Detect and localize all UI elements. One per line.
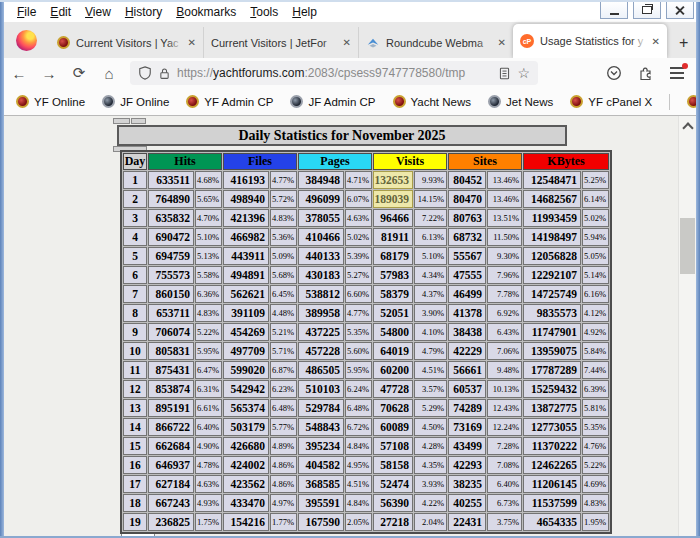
value-cell: 875431 [148, 361, 194, 379]
percent-cell: 4.84% [345, 437, 372, 455]
close-tab-icon[interactable]: ✕ [652, 36, 660, 47]
close-tab-icon[interactable]: ✕ [498, 37, 506, 48]
extensions-puzzle-icon[interactable] [638, 65, 654, 81]
value-cell: 565374 [223, 399, 269, 417]
minimize-button[interactable] [600, 1, 628, 19]
percent-cell: 6.24% [345, 380, 372, 398]
restore-button[interactable] [633, 1, 661, 19]
navigation-toolbar: ← → ⟳ ⌂ https://yachtforums.com:2083/cps… [4, 58, 696, 88]
percent-cell: 3.90% [414, 304, 447, 322]
reader-mode-icon[interactable] [498, 67, 511, 80]
scroll-up-arrow-icon[interactable] [682, 122, 693, 133]
url-text[interactable]: https://yachtforums.com:2083/cpsess97477… [177, 66, 492, 80]
menu-hamburger-icon[interactable] [670, 67, 684, 79]
firefox-logo-icon[interactable] [16, 30, 37, 51]
bookmark-yf-admin-cp[interactable]: YF Admin CP [186, 95, 273, 108]
value-cell: 384948 [298, 171, 344, 189]
menu-item-bookmarks[interactable]: Bookmarks [169, 4, 243, 20]
value-cell: 73169 [448, 418, 486, 436]
percent-cell: 4.76% [582, 437, 609, 455]
lock-icon[interactable] [158, 67, 171, 80]
tab-3[interactable]: Roundcube Webma✕ [358, 27, 513, 58]
vertical-scrollbar[interactable] [678, 116, 696, 538]
value-cell: 395591 [298, 494, 344, 512]
bookmark-jf-admin-cp[interactable]: JF Admin CP [290, 95, 375, 108]
percent-cell: 4.93% [195, 494, 222, 512]
bookmark-jf-online[interactable]: JF Online [102, 95, 169, 108]
url-scheme: https:// [177, 66, 213, 80]
value-cell: 14198497 [523, 228, 581, 246]
value-cell: 430183 [298, 266, 344, 284]
value-cell: 423562 [223, 475, 269, 493]
scrollbar-thumb[interactable] [680, 218, 695, 274]
close-tab-icon[interactable]: ✕ [343, 37, 351, 48]
menu-item-history[interactable]: History [118, 4, 169, 20]
percent-cell: 12.43% [487, 399, 522, 417]
value-cell: 421396 [223, 209, 269, 227]
yf-logo-icon [186, 95, 199, 108]
value-cell: 13872775 [523, 399, 581, 417]
percent-cell: 5.84% [582, 342, 609, 360]
percent-cell: 6.60% [345, 285, 372, 303]
back-button[interactable]: ← [4, 65, 34, 82]
close-button[interactable] [666, 1, 694, 19]
bookmark-yf-cpanel-x[interactable]: YF cPanel X [570, 95, 652, 108]
home-button[interactable]: ⌂ [94, 65, 124, 82]
day-cell: 16 [123, 456, 147, 474]
percent-cell: 9.93% [414, 171, 447, 189]
percent-cell: 6.48% [270, 399, 297, 417]
percent-cell: 4.70% [195, 209, 222, 227]
forward-button[interactable]: → [34, 65, 64, 82]
value-cell: 437225 [298, 323, 344, 341]
percent-cell: 4.97% [270, 494, 297, 512]
percent-cell: 5.95% [195, 342, 222, 360]
bookmark-yf-online[interactable]: YF Online [16, 95, 85, 108]
percent-cell: 4.63% [345, 209, 372, 227]
address-bar[interactable]: https://yachtforums.com:2083/cpsess97477… [130, 61, 538, 85]
percent-cell: 5.10% [195, 228, 222, 246]
jf-logo-icon [488, 95, 501, 108]
tab-4[interactable]: cPUsage Statistics for y✕ [513, 24, 667, 58]
table-row: 27648905.65%4989405.72%4960996.07%189039… [123, 190, 609, 208]
percent-cell: 6.16% [582, 285, 609, 303]
percent-cell: 4.63% [195, 475, 222, 493]
value-cell: 58379 [373, 285, 413, 303]
percent-cell: 5.60% [345, 342, 372, 360]
percent-cell: 5.35% [345, 323, 372, 341]
bookmark-yacht-news[interactable]: Yacht News [393, 95, 472, 108]
tab-2[interactable]: Current Visitors | JetFor✕ [203, 27, 358, 58]
percent-cell: 10.13% [487, 380, 522, 398]
value-cell: 60200 [373, 361, 413, 379]
value-cell: 38235 [448, 475, 486, 493]
value-cell: 70628 [373, 399, 413, 417]
percent-cell: 5.02% [345, 228, 372, 246]
percent-cell: 3.57% [414, 380, 447, 398]
menu-item-tools[interactable]: Tools [243, 4, 285, 20]
menu-item-file[interactable]: File [10, 4, 43, 20]
reload-button[interactable]: ⟳ [64, 64, 94, 82]
menu-item-edit[interactable]: Edit [43, 4, 78, 20]
percent-cell: 6.61% [195, 399, 222, 417]
value-cell: 424002 [223, 456, 269, 474]
jf-logo-icon [102, 95, 115, 108]
value-cell: 41378 [448, 304, 486, 322]
close-tab-icon[interactable]: ✕ [188, 37, 196, 48]
table-fragment [113, 118, 130, 124]
day-cell: 15 [123, 437, 147, 455]
pocket-icon[interactable] [606, 65, 622, 81]
value-cell: 389958 [298, 304, 344, 322]
menu-item-help[interactable]: Help [285, 4, 324, 20]
column-header-pages: Pages [298, 153, 372, 170]
menu-item-view[interactable]: View [78, 4, 118, 20]
tab-1[interactable]: Current Visitors | Yac✕ [49, 27, 203, 58]
percent-cell: 4.77% [270, 171, 297, 189]
percent-cell: 2.05% [345, 513, 372, 531]
value-cell: 58158 [373, 456, 413, 474]
percent-cell: 7.06% [487, 342, 522, 360]
bookmark-star-icon[interactable]: ☆ [517, 65, 530, 81]
value-cell: 11993459 [523, 209, 581, 227]
value-cell: 38438 [448, 323, 486, 341]
shield-icon[interactable] [138, 66, 152, 80]
bookmark-jet-news[interactable]: Jet News [488, 95, 553, 108]
percent-cell: 6.39% [582, 380, 609, 398]
